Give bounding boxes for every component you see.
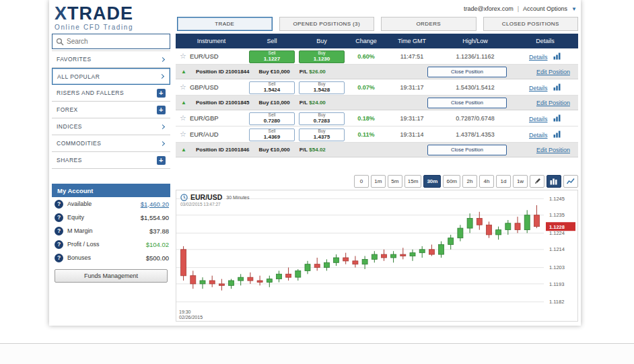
timeframe-button[interactable]: 30m	[423, 175, 441, 188]
details-link[interactable]: Details	[529, 116, 548, 122]
time-gmt-value: 19:31:17	[386, 84, 438, 91]
buy-button-label: Buy	[318, 82, 325, 87]
timeframe-button[interactable]: 5m	[388, 175, 402, 188]
chart-icon[interactable]	[553, 83, 561, 91]
sell-price: 1.4369	[264, 135, 280, 140]
logo-tagline: Online CFD Trading	[55, 24, 177, 31]
chevron-right-icon	[160, 124, 165, 129]
logo-x: X	[55, 3, 67, 24]
search-input[interactable]	[67, 38, 166, 45]
instrument-cell: ☆ GBP/USD	[176, 83, 247, 92]
buy-price: 1.5428	[314, 87, 330, 93]
help-icon[interactable]: ?	[55, 200, 63, 209]
sell-button[interactable]: Sell 1.4369	[249, 129, 295, 141]
tab[interactable]: OPENED POSITIONS (3)	[279, 17, 375, 31]
instrument-cell: ☆ EUR/AUD	[176, 130, 247, 139]
funds-management-button[interactable]: Funds Management	[55, 269, 168, 283]
details-cell: Details	[512, 131, 578, 139]
position-id: Position ID 21001846	[196, 147, 250, 153]
edit-position-link[interactable]: Edit Position	[536, 147, 570, 153]
sidebar-category[interactable]: COMMODITIES	[52, 135, 170, 152]
chevron-down-icon[interactable]: ▼	[571, 6, 577, 12]
plus-icon[interactable]: +	[157, 89, 166, 98]
instrument-name: GBP/USD	[190, 83, 219, 91]
close-position-button[interactable]: Close Position	[427, 67, 507, 77]
sidebar-category[interactable]: FOREX +	[52, 102, 170, 118]
tab[interactable]: CLOSED POSITIONS	[483, 17, 579, 31]
draw-pencil-icon[interactable]	[530, 175, 544, 188]
table-row[interactable]: ☆ GBP/USD Sell 1.5424 Buy 1.5428 0.07% 1…	[176, 79, 578, 96]
sell-button-label: Sell	[269, 51, 276, 56]
line-view-icon[interactable]	[563, 175, 578, 188]
plus-icon[interactable]: +	[157, 106, 166, 114]
edit-position-link[interactable]: Edit Position	[536, 69, 570, 75]
timeframe-button[interactable]: 1w	[513, 175, 528, 188]
sell-button[interactable]: Sell 0.7280	[249, 112, 295, 125]
sell-button[interactable]: Sell 1.1227	[249, 50, 295, 63]
timeframe-button[interactable]: 2h	[462, 175, 477, 188]
svg-text:1.1193: 1.1193	[549, 281, 564, 287]
chart-icon[interactable]	[553, 114, 561, 122]
tab[interactable]: TRADE	[177, 17, 273, 31]
account-row-label: Equity	[67, 214, 141, 221]
candlestick-view-icon[interactable]	[547, 175, 561, 188]
logo: XTRADE	[55, 4, 177, 23]
column-header: Sell	[247, 38, 297, 44]
tab[interactable]: ORDERS	[381, 17, 477, 31]
sidebar-category-label: FOREX	[57, 106, 157, 113]
svg-text:1.1245: 1.1245	[549, 196, 565, 202]
timeframe-button[interactable]: 4h	[479, 175, 494, 188]
high-low-value: 1.5430/1.5412	[438, 84, 512, 91]
candlestick-chart[interactable]: 1.12451.12351.12241.12141.12031.11931.11…	[176, 190, 577, 321]
sidebar-category[interactable]: FAVORITES	[52, 51, 170, 68]
table-row[interactable]: ☆ EUR/USD Sell 1.1227 Buy 1.1230 0.60% 1…	[176, 48, 578, 65]
position-up-triangle-icon: ▲	[181, 69, 186, 75]
buy-button[interactable]: Buy 0.7283	[299, 112, 345, 125]
favorite-star-icon[interactable]: ☆	[180, 130, 186, 139]
help-icon[interactable]: ?	[55, 254, 63, 262]
favorite-star-icon[interactable]: ☆	[180, 52, 186, 61]
favorite-star-icon[interactable]: ☆	[180, 114, 186, 122]
plus-icon[interactable]: +	[157, 156, 166, 165]
chart-icon[interactable]	[553, 131, 561, 138]
account-options-menu[interactable]: Account Options	[523, 5, 567, 12]
help-icon[interactable]: ?	[55, 240, 63, 249]
timeframe-button[interactable]: 60m	[443, 175, 460, 188]
close-position-button[interactable]: Close Position	[427, 145, 507, 155]
position-pl: P/L $24.00	[300, 100, 326, 106]
sidebar-category[interactable]: SHARES +	[52, 152, 170, 169]
account-row-label: M Margin	[67, 227, 149, 234]
timeframe-button[interactable]: 1d	[496, 175, 511, 188]
sidebar-category[interactable]: ALL POPULAR	[52, 68, 170, 85]
buy-button[interactable]: Buy 1.5428	[299, 81, 345, 94]
table-row[interactable]: ☆ EUR/GBP Sell 0.7280 Buy 0.7283 0.18% 1…	[176, 110, 578, 126]
sidebar-category[interactable]: RISERS AND FALLERS +	[52, 85, 170, 102]
timeframe-button[interactable]: 0	[354, 175, 369, 188]
buy-button[interactable]: Buy 1.1230	[299, 50, 345, 63]
sell-button[interactable]: Sell 1.5424	[249, 81, 295, 94]
high-low-value: 1.4378/1.4353	[438, 131, 512, 138]
sidebar-category[interactable]: INDICES	[52, 118, 170, 135]
timeframe-button[interactable]: 1m	[371, 175, 386, 188]
close-position-button[interactable]: Close Position	[427, 98, 507, 108]
sidebar-category-label: COMMODITIES	[57, 140, 161, 147]
sidebar-category-label: ALL POPULAR	[57, 73, 160, 80]
content: FAVORITES ALL POPULAR RISERS AND FALLERS…	[52, 34, 578, 322]
chart-icon[interactable]	[553, 52, 561, 60]
edit-position-link[interactable]: Edit Position	[536, 100, 570, 106]
details-link[interactable]: Details	[529, 54, 548, 61]
account-row-value: $104.02	[146, 241, 169, 248]
my-account-panel: My Account ? Available $1,460.20 ? Equit…	[52, 184, 170, 283]
time-gmt-value: 19:31:17	[386, 115, 438, 122]
timeframe-button[interactable]: 15m	[404, 175, 422, 188]
buy-button[interactable]: Buy 1.4375	[299, 129, 345, 141]
favorite-star-icon[interactable]: ☆	[180, 83, 186, 92]
details-link[interactable]: Details	[529, 85, 548, 92]
search-box	[52, 34, 170, 49]
buy-price: 1.4375	[314, 135, 330, 140]
help-icon[interactable]: ?	[55, 213, 63, 222]
help-icon[interactable]: ?	[55, 227, 63, 235]
table-row[interactable]: ☆ EUR/AUD Sell 1.4369 Buy 1.4375 0.11% 1…	[176, 126, 578, 143]
details-link[interactable]: Details	[529, 132, 548, 139]
position-id: Position ID 21001845	[196, 100, 250, 106]
